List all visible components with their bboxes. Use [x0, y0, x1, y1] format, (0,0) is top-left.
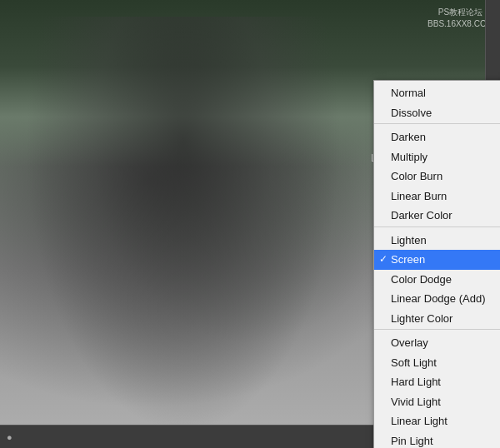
menu-item-pin-light[interactable]: Pin Light: [374, 431, 500, 449]
menu-separator: [374, 226, 500, 230]
menu-item-lighten[interactable]: Lighten: [374, 231, 500, 251]
menu-item-dissolve[interactable]: Dissolve: [374, 103, 500, 123]
menu-item-overlay[interactable]: Overlay: [374, 333, 500, 353]
menu-item-color-dodge[interactable]: Color Dodge: [374, 270, 500, 290]
menu-item-normal[interactable]: Normal: [374, 83, 500, 103]
watermark-line2: BBS.16XX8.COM: [428, 18, 493, 30]
menu-item-linear-light[interactable]: Linear Light: [374, 411, 500, 431]
menu-item-color-burn[interactable]: Color Burn: [374, 167, 500, 187]
blend-mode-menu: NormalDissolveDarkenMultiplyColor BurnLi…: [373, 80, 500, 448]
menu-item-lighter-color[interactable]: Lighter Color: [374, 309, 500, 329]
watermark: PS教程论坛 BBS.16XX8.COM: [428, 7, 493, 30]
menu-item-soft-light[interactable]: Soft Light: [374, 353, 500, 373]
menu-separator: [374, 329, 500, 332]
menu-item-linear-dodge[interactable]: Linear Dodge (Add): [374, 289, 500, 309]
bottom-status: ●: [7, 432, 12, 442]
face-silhouette: [25, 17, 342, 433]
menu-item-multiply[interactable]: Multiply: [374, 147, 500, 167]
menu-item-screen[interactable]: Screen: [374, 250, 500, 270]
menu-item-linear-burn[interactable]: Linear Burn: [374, 187, 500, 207]
menu-item-darken[interactable]: Darken: [374, 127, 500, 147]
watermark-line1: PS教程论坛: [428, 7, 493, 18]
menu-item-darker-color[interactable]: Darker Color: [374, 206, 500, 226]
menu-separator: [374, 123, 500, 127]
blend-mode-dropdown: NormalDissolveDarkenMultiplyColor BurnLi…: [373, 80, 500, 448]
menu-item-vivid-light[interactable]: Vivid Light: [374, 392, 500, 412]
menu-item-hard-light[interactable]: Hard Light: [374, 372, 500, 392]
